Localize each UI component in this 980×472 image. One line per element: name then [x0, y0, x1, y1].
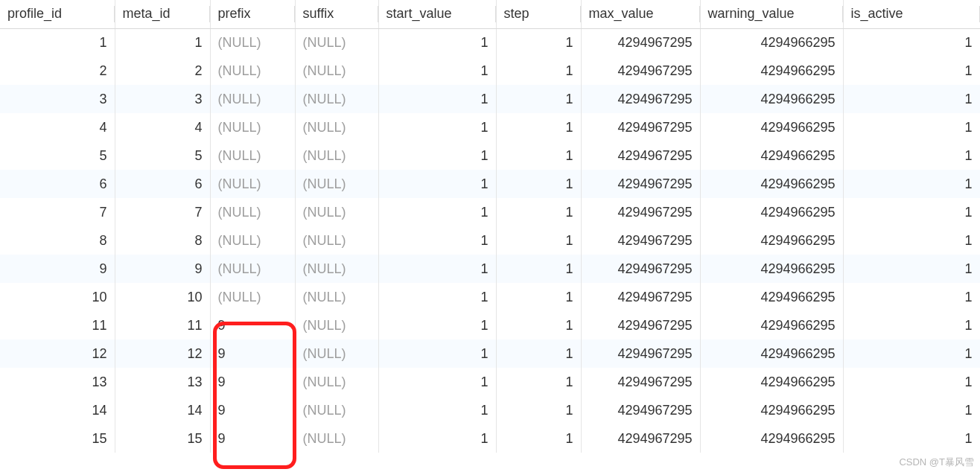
cell-is_active[interactable]: 1 [843, 85, 980, 113]
cell-profile_id[interactable]: 7 [0, 198, 115, 226]
cell-suffix[interactable]: (NULL) [295, 170, 378, 198]
cell-step[interactable]: 1 [496, 113, 581, 141]
cell-profile_id[interactable]: 13 [0, 368, 115, 396]
column-header-meta_id[interactable]: meta_id [115, 0, 210, 28]
table-row[interactable]: 11119(NULL)11429496729542949662951 [0, 311, 980, 339]
table-row[interactable]: 14149(NULL)11429496729542949662951 [0, 396, 980, 424]
cell-profile_id[interactable]: 8 [0, 226, 115, 255]
cell-step[interactable]: 1 [496, 141, 581, 170]
table-row[interactable]: 77(NULL)(NULL)11429496729542949662951 [0, 198, 980, 226]
cell-meta_id[interactable]: 15 [115, 424, 210, 453]
cell-meta_id[interactable]: 1 [115, 28, 210, 57]
cell-warning_value[interactable]: 4294966295 [700, 113, 843, 141]
cell-profile_id[interactable]: 15 [0, 424, 115, 453]
cell-prefix[interactable]: (NULL) [210, 255, 295, 283]
cell-warning_value[interactable]: 4294966295 [700, 57, 843, 85]
cell-start_value[interactable]: 1 [378, 283, 496, 311]
cell-profile_id[interactable]: 1 [0, 28, 115, 57]
cell-max_value[interactable]: 4294967295 [581, 85, 700, 113]
cell-prefix[interactable]: 9 [210, 396, 295, 424]
cell-meta_id[interactable]: 2 [115, 57, 210, 85]
cell-max_value[interactable]: 4294967295 [581, 226, 700, 255]
cell-is_active[interactable]: 1 [843, 396, 980, 424]
cell-prefix[interactable]: 9 [210, 368, 295, 396]
cell-warning_value[interactable]: 4294966295 [700, 396, 843, 424]
cell-warning_value[interactable]: 4294966295 [700, 424, 843, 453]
cell-suffix[interactable]: (NULL) [295, 368, 378, 396]
cell-is_active[interactable]: 1 [843, 368, 980, 396]
table-row[interactable]: 12129(NULL)11429496729542949662951 [0, 339, 980, 368]
cell-start_value[interactable]: 1 [378, 396, 496, 424]
cell-warning_value[interactable]: 4294966295 [700, 339, 843, 368]
cell-step[interactable]: 1 [496, 255, 581, 283]
cell-is_active[interactable]: 1 [843, 424, 980, 453]
table-row[interactable]: 44(NULL)(NULL)11429496729542949662951 [0, 113, 980, 141]
cell-start_value[interactable]: 1 [378, 198, 496, 226]
cell-suffix[interactable]: (NULL) [295, 57, 378, 85]
cell-max_value[interactable]: 4294967295 [581, 28, 700, 57]
cell-warning_value[interactable]: 4294966295 [700, 255, 843, 283]
cell-suffix[interactable]: (NULL) [295, 198, 378, 226]
cell-max_value[interactable]: 4294967295 [581, 311, 700, 339]
cell-profile_id[interactable]: 4 [0, 113, 115, 141]
cell-suffix[interactable]: (NULL) [295, 28, 378, 57]
cell-warning_value[interactable]: 4294966295 [700, 85, 843, 113]
cell-profile_id[interactable]: 6 [0, 170, 115, 198]
cell-max_value[interactable]: 4294967295 [581, 283, 700, 311]
column-header-is_active[interactable]: is_active [843, 0, 980, 28]
cell-warning_value[interactable]: 4294966295 [700, 170, 843, 198]
cell-start_value[interactable]: 1 [378, 170, 496, 198]
cell-profile_id[interactable]: 9 [0, 255, 115, 283]
cell-max_value[interactable]: 4294967295 [581, 339, 700, 368]
cell-prefix[interactable]: 9 [210, 339, 295, 368]
cell-meta_id[interactable]: 10 [115, 283, 210, 311]
cell-is_active[interactable]: 1 [843, 113, 980, 141]
cell-meta_id[interactable]: 14 [115, 396, 210, 424]
cell-meta_id[interactable]: 6 [115, 170, 210, 198]
cell-step[interactable]: 1 [496, 226, 581, 255]
cell-step[interactable]: 1 [496, 339, 581, 368]
cell-warning_value[interactable]: 4294966295 [700, 311, 843, 339]
cell-step[interactable]: 1 [496, 198, 581, 226]
column-header-max_value[interactable]: max_value [581, 0, 700, 28]
cell-start_value[interactable]: 1 [378, 85, 496, 113]
cell-suffix[interactable]: (NULL) [295, 424, 378, 453]
cell-start_value[interactable]: 1 [378, 226, 496, 255]
cell-step[interactable]: 1 [496, 396, 581, 424]
cell-max_value[interactable]: 4294967295 [581, 57, 700, 85]
cell-meta_id[interactable]: 5 [115, 141, 210, 170]
cell-max_value[interactable]: 4294967295 [581, 198, 700, 226]
cell-meta_id[interactable]: 11 [115, 311, 210, 339]
cell-meta_id[interactable]: 13 [115, 368, 210, 396]
cell-is_active[interactable]: 1 [843, 141, 980, 170]
cell-is_active[interactable]: 1 [843, 283, 980, 311]
table-row[interactable]: 88(NULL)(NULL)11429496729542949662951 [0, 226, 980, 255]
cell-max_value[interactable]: 4294967295 [581, 141, 700, 170]
cell-warning_value[interactable]: 4294966295 [700, 283, 843, 311]
cell-suffix[interactable]: (NULL) [295, 226, 378, 255]
cell-profile_id[interactable]: 14 [0, 396, 115, 424]
cell-profile_id[interactable]: 5 [0, 141, 115, 170]
cell-prefix[interactable]: (NULL) [210, 198, 295, 226]
cell-prefix[interactable]: (NULL) [210, 170, 295, 198]
cell-profile_id[interactable]: 10 [0, 283, 115, 311]
cell-meta_id[interactable]: 12 [115, 339, 210, 368]
cell-is_active[interactable]: 1 [843, 57, 980, 85]
cell-is_active[interactable]: 1 [843, 339, 980, 368]
cell-step[interactable]: 1 [496, 57, 581, 85]
cell-is_active[interactable]: 1 [843, 255, 980, 283]
cell-max_value[interactable]: 4294967295 [581, 424, 700, 453]
cell-prefix[interactable]: 9 [210, 311, 295, 339]
cell-step[interactable]: 1 [496, 283, 581, 311]
cell-meta_id[interactable]: 7 [115, 198, 210, 226]
cell-max_value[interactable]: 4294967295 [581, 255, 700, 283]
column-header-start_value[interactable]: start_value [378, 0, 496, 28]
cell-is_active[interactable]: 1 [843, 311, 980, 339]
cell-suffix[interactable]: (NULL) [295, 141, 378, 170]
cell-step[interactable]: 1 [496, 311, 581, 339]
cell-prefix[interactable]: 9 [210, 424, 295, 453]
cell-start_value[interactable]: 1 [378, 141, 496, 170]
cell-prefix[interactable]: (NULL) [210, 85, 295, 113]
cell-prefix[interactable]: (NULL) [210, 141, 295, 170]
cell-prefix[interactable]: (NULL) [210, 226, 295, 255]
